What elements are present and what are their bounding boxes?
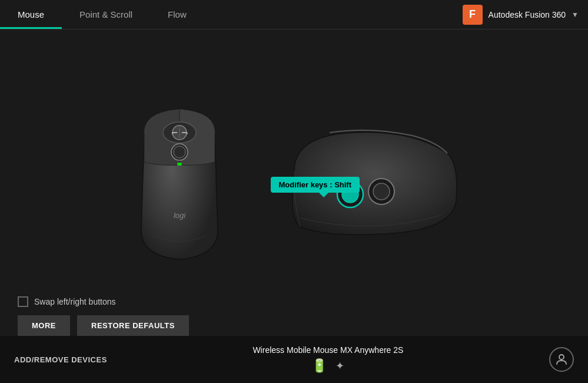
tab-point-scroll-label: Point & Scroll — [79, 9, 132, 19]
device-icons: 🔋 ✦ — [311, 358, 344, 374]
tab-flow-label: Flow — [168, 9, 187, 19]
tab-bar: Mouse Point & Scroll Flow F Autodesk Fus… — [0, 0, 588, 29]
swap-buttons-checkbox[interactable] — [18, 296, 28, 307]
mouse-front-view[interactable]: ‹ › logi — [124, 100, 235, 265]
mouse-container: ‹ › logi Modifier keys : Shift — [12, 100, 576, 265]
app-name: Autodesk Fusion 360 — [489, 10, 566, 19]
more-button[interactable]: MORE — [18, 315, 70, 336]
restore-defaults-button[interactable]: RESTORE DEFAULTS — [77, 315, 189, 336]
battery-icon: 🔋 — [311, 358, 327, 374]
modifier-keys-tooltip: Modifier keys : Shift — [271, 177, 360, 193]
bottom-controls: Swap left/right buttons MORE RESTORE DEF… — [18, 296, 189, 336]
device-info: Wireless Mobile Mouse MX Anywhere 2S 🔋 ✦ — [107, 345, 549, 374]
tab-mouse[interactable]: Mouse — [0, 0, 62, 29]
svg-text:‹: ‹ — [171, 130, 173, 136]
profile-button[interactable] — [549, 347, 574, 372]
svg-point-15 — [559, 355, 564, 359]
swap-buttons-label: Swap left/right buttons — [34, 297, 116, 306]
button-row: MORE RESTORE DEFAULTS — [18, 315, 189, 336]
device-name: Wireless Mobile Mouse MX Anywhere 2S — [253, 345, 403, 355]
tab-point-scroll[interactable]: Point & Scroll — [62, 0, 150, 29]
svg-point-14 — [373, 183, 390, 200]
main-content: ‹ › logi Modifier keys : Shift — [0, 29, 588, 336]
svg-text:logi: logi — [173, 211, 185, 220]
tab-mouse-label: Mouse — [18, 9, 44, 19]
app-icon-letter: F — [469, 8, 476, 21]
swap-buttons-row: Swap left/right buttons — [18, 296, 189, 307]
tab-flow[interactable]: Flow — [150, 0, 204, 29]
app-icon: F — [463, 5, 483, 25]
tooltip-text: Modifier keys : Shift — [279, 180, 352, 189]
side-mouse-wrapper: Modifier keys : Shift — [283, 124, 465, 242]
add-remove-devices-button[interactable]: ADD/REMOVE DEVICES — [14, 355, 107, 364]
wireless-icon: ✦ — [335, 359, 344, 372]
chevron-down-icon: ▼ — [572, 11, 579, 19]
svg-text:›: › — [186, 130, 188, 136]
app-selector[interactable]: F Autodesk Fusion 360 ▼ — [453, 0, 588, 29]
footer: ADD/REMOVE DEVICES Wireless Mobile Mouse… — [0, 336, 588, 383]
svg-rect-9 — [177, 163, 182, 166]
tab-spacer — [204, 0, 453, 29]
